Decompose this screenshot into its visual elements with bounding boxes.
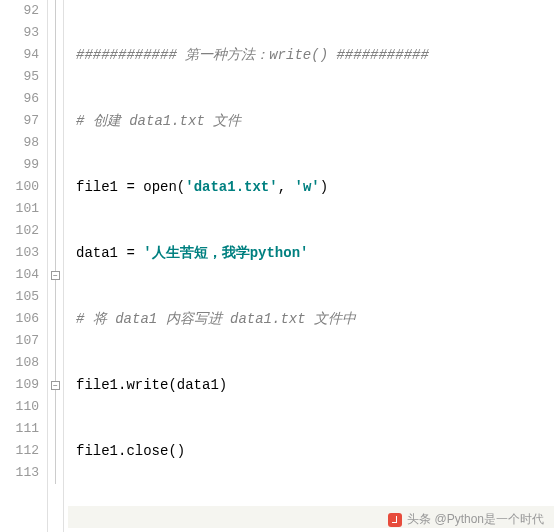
line-number: 108	[0, 352, 39, 374]
line-number: 103	[0, 242, 39, 264]
toutiao-icon	[388, 513, 402, 527]
code-line: file1.write(data1)	[68, 374, 554, 396]
line-number: 113	[0, 462, 39, 484]
line-number: 101	[0, 198, 39, 220]
line-number: 97	[0, 110, 39, 132]
line-number: 111	[0, 418, 39, 440]
code-area[interactable]: ############ 第一种方法：write() ########### #…	[64, 0, 554, 532]
line-number: 106	[0, 308, 39, 330]
line-number: 95	[0, 66, 39, 88]
fold-toggle[interactable]: −	[48, 374, 63, 396]
line-number: 104	[0, 264, 39, 286]
line-number: 105	[0, 286, 39, 308]
code-line: # 将 data1 内容写进 data1.txt 文件中	[68, 308, 554, 330]
line-number: 96	[0, 88, 39, 110]
code-line: ############ 第一种方法：write() ###########	[68, 44, 554, 66]
line-number: 112	[0, 440, 39, 462]
code-editor: 92 93 94 95 96 97 98 99 100 101 102 103 …	[0, 0, 554, 532]
line-number: 100	[0, 176, 39, 198]
line-number: 98	[0, 132, 39, 154]
line-number: 109	[0, 374, 39, 396]
line-number: 92	[0, 0, 39, 22]
line-number: 99	[0, 154, 39, 176]
code-line: data1 = '人生苦短，我学python'	[68, 242, 554, 264]
line-number: 107	[0, 330, 39, 352]
watermark: 头条 @Python是一个时代	[388, 511, 544, 528]
watermark-text: 头条 @Python是一个时代	[407, 512, 544, 526]
code-line: file1 = open('data1.txt', 'w')	[68, 176, 554, 198]
line-number: 110	[0, 396, 39, 418]
line-number: 93	[0, 22, 39, 44]
fold-toggle[interactable]: −	[48, 264, 63, 286]
line-number: 102	[0, 220, 39, 242]
fold-gutter: − −	[48, 0, 64, 532]
code-line: file1.close()	[68, 440, 554, 462]
line-number: 94	[0, 44, 39, 66]
line-gutter: 92 93 94 95 96 97 98 99 100 101 102 103 …	[0, 0, 48, 532]
code-line: # 创建 data1.txt 文件	[68, 110, 554, 132]
